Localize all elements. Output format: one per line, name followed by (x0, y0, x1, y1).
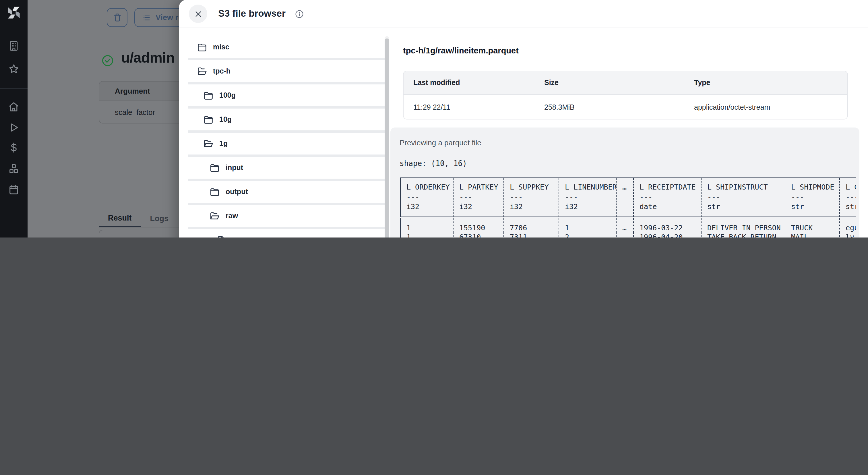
tree-item-raw[interactable]: raw (188, 205, 384, 227)
preview-label: Previewing a parquet file (400, 139, 482, 147)
table-cell: 1 (400, 233, 453, 237)
sidebar-divider (0, 88, 28, 89)
column-header-L_PARTKEY: L_PARTKEY---i32 (453, 178, 504, 217)
table-cell: TAKE BACK RETURN (701, 233, 785, 237)
shape-label: shape: (10, 16) (400, 159, 467, 168)
column-header-L_CO: L_CO---str (840, 178, 856, 217)
page-title: u/admin (121, 50, 175, 66)
meta-header-type: Type (694, 79, 847, 87)
info-icon[interactable] (294, 9, 304, 19)
building-icon (8, 40, 20, 52)
tree-item-tpc-h[interactable]: tpc-h (188, 60, 384, 82)
meta-value-type: application/octet-stream (694, 103, 847, 111)
close-icon (194, 9, 203, 18)
tree-item-label: input (226, 164, 243, 172)
sidebar-item-play[interactable] (8, 122, 20, 133)
calendar-icon (8, 184, 20, 195)
meta-value-size: 258.3MiB (544, 103, 694, 111)
file-meta-value-row: 11:29 22/11 258.3MiB application/octet-s… (404, 95, 847, 119)
folder-open-icon (210, 211, 220, 221)
table-cell: ly f (840, 233, 856, 237)
windmill-logo-icon[interactable] (6, 5, 21, 20)
column-header-L_RECEIPTDATE: L_RECEIPTDATE---date (633, 178, 701, 217)
parquet-preview-table: L_ORDERKEY---i32L_PARTKEY---i32L_SUPPKEY… (400, 177, 856, 237)
folder-icon (197, 42, 207, 52)
meta-header-size: Size (544, 79, 694, 87)
table-row: 16731073112…1996-04-20TAKE BACK RETURNMA… (400, 233, 856, 237)
column-header-L_SHIPINSTRUCT: L_SHIPINSTRUCT---str (701, 178, 785, 217)
tree-item-1g[interactable]: 1g (188, 133, 384, 154)
app-screen: View runs u/admin Argument scale_factor … (0, 0, 868, 237)
sidebar-item-home[interactable] (8, 101, 20, 113)
tree-item-10g[interactable]: 10g (188, 109, 384, 130)
file-icon (216, 235, 226, 237)
folder-icon (210, 162, 220, 173)
table-cell: egul (840, 217, 856, 233)
table-cell: 7311 (504, 233, 559, 237)
sidebar-item-star[interactable] (8, 63, 20, 75)
tree-item-label: 1g (219, 140, 228, 148)
run-header: u/admin (101, 48, 175, 67)
tree-item-label: misc (213, 43, 229, 51)
column-header-L_LINENUMBER: L_LINENUMBER---i32 (559, 178, 616, 217)
table-cell: DELIVER IN PERSON (701, 217, 785, 233)
column-header-L_SHIPMODE: L_SHIPMODE---str (785, 178, 840, 217)
delete-run-button[interactable] (107, 8, 127, 27)
table-cell: 67310 (453, 233, 504, 237)
table-cell: MAIL (785, 233, 840, 237)
tab-logs[interactable]: Logs (141, 210, 178, 227)
tree-item-label: customer.parquet (232, 236, 292, 237)
sidebar-item-dollar[interactable] (8, 142, 20, 153)
folder-open-icon (197, 66, 207, 77)
table-cell: 2 (559, 233, 616, 237)
table-row: 115519077061…1996-03-22DELIVER IN PERSON… (400, 217, 856, 233)
sidebar-item-boxes[interactable] (8, 163, 20, 175)
table-cell: 155190 (453, 217, 504, 233)
tree-item-misc[interactable]: misc (188, 36, 384, 58)
folder-icon (203, 90, 214, 100)
trash-icon (112, 12, 122, 22)
file-meta-header-row: Last modified Size Type (404, 71, 847, 95)
close-button[interactable] (189, 5, 207, 23)
tree-item-label: raw (226, 212, 238, 220)
header-divider (179, 28, 868, 28)
parquet-preview-panel: Previewing a parquet file shape: (10, 16… (391, 127, 859, 237)
folder-icon (203, 114, 214, 125)
tree-item-label: 100g (219, 91, 236, 99)
table-cell: … (616, 217, 633, 233)
table-cell: 7706 (504, 217, 559, 233)
file-path-title: tpc-h/1g/raw/lineitem.parquet (403, 46, 519, 55)
meta-header-last-modified: Last modified (404, 79, 544, 87)
table-cell: 1 (559, 217, 616, 233)
column-header-L_SUPPKEY: L_SUPPKEY---i32 (504, 178, 559, 217)
folder-icon (210, 187, 220, 197)
tree-scrollbar-thumb[interactable] (384, 38, 389, 237)
table-cell: … (616, 233, 633, 237)
s3-browser-modal: S3 file browser misctpc-h100g10g1ginputo… (179, 0, 868, 237)
table-cell: TRUCK (785, 217, 840, 233)
icon-sidebar (0, 0, 28, 237)
tree-item-100g[interactable]: 100g (188, 84, 384, 106)
column-header-L_ORDERKEY: L_ORDERKEY---i32 (400, 178, 453, 217)
table-cell: 1 (400, 217, 453, 233)
sidebar-item-building[interactable] (8, 40, 20, 52)
column-header-…: … (616, 178, 633, 217)
file-tree: misctpc-h100g10g1ginputoutputrawcustomer… (188, 36, 384, 237)
modal-title: S3 file browser (218, 8, 286, 19)
tree-item-label: output (226, 188, 248, 196)
tree-item-output[interactable]: output (188, 181, 384, 203)
tab-result[interactable]: Result (99, 210, 141, 227)
tree-item-label: 10g (219, 115, 231, 123)
check-circle-icon (101, 54, 114, 67)
table-cell: 1996-04-20 (633, 233, 701, 237)
list-icon (141, 12, 151, 22)
table-cell: 1996-03-22 (633, 217, 701, 233)
tree-item-input[interactable]: input (188, 157, 384, 179)
tree-item-label: tpc-h (213, 67, 230, 75)
sidebar-item-calendar[interactable] (8, 184, 20, 195)
star-icon (8, 63, 20, 75)
tree-item-customer.parquet[interactable]: customer.parquet (188, 229, 384, 237)
meta-value-last-modified: 11:29 22/11 (404, 103, 544, 111)
file-meta-table: Last modified Size Type 11:29 22/11 258.… (403, 71, 848, 119)
parquet-table-viewport: L_ORDERKEY---i32L_PARTKEY---i32L_SUPPKEY… (400, 177, 856, 237)
